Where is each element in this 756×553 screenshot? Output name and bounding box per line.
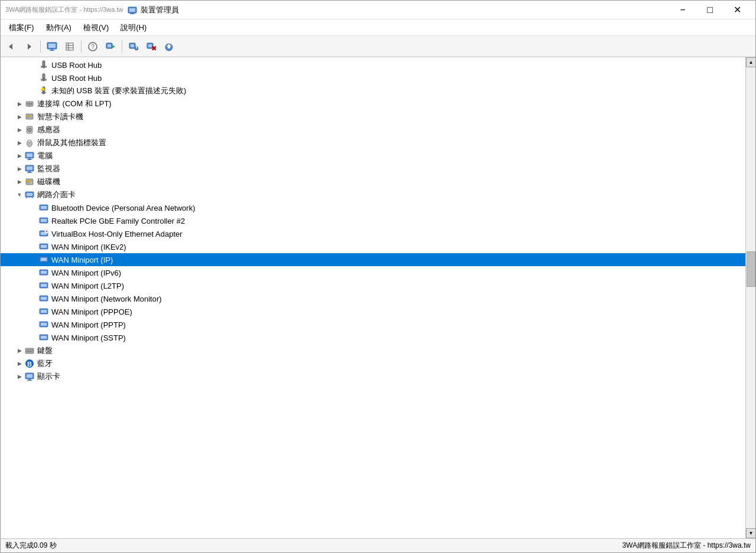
item-label: Bluetooth Device (Personal Area Network): [51, 204, 195, 212]
list-item[interactable]: WAN Miniport (L2TP): [1, 279, 745, 292]
list-item[interactable]: ▶ 鍵盤: [1, 344, 745, 357]
list-item[interactable]: ▼ 網路介面卡: [1, 188, 745, 201]
list-item[interactable]: WAN Miniport (SSTP): [1, 331, 745, 344]
svg-rect-63: [28, 158, 31, 159]
list-item[interactable]: ▶ 感應器: [1, 123, 745, 136]
scroll-thumb[interactable]: [747, 251, 755, 287]
svg-rect-67: [28, 171, 31, 172]
list-item[interactable]: ▶ 電腦: [1, 149, 745, 162]
list-item[interactable]: WAN Miniport (IKEv2): [1, 240, 745, 253]
list-item[interactable]: USB Root Hub: [1, 71, 745, 84]
expand-arrow[interactable]: ▶: [15, 359, 24, 368]
expand-arrow[interactable]: ▶: [15, 177, 24, 186]
scroll-up-button[interactable]: ▲: [746, 57, 755, 67]
list-item[interactable]: Bluetooth Device (Personal Area Network): [1, 201, 745, 214]
svg-rect-102: [27, 349, 28, 351]
menu-action[interactable]: 動作(A): [40, 20, 77, 35]
svg-rect-7: [48, 44, 56, 48]
network-adapter-icon: [38, 254, 49, 265]
svg-rect-103: [28, 349, 30, 351]
keyboard-icon: [24, 345, 35, 356]
menu-help[interactable]: 說明(H): [115, 20, 152, 35]
menu-bar: 檔案(F) 動作(A) 檢視(V) 說明(H): [1, 19, 755, 36]
update-driver-button[interactable]: [161, 38, 177, 55]
back-button[interactable]: [3, 38, 19, 55]
list-item[interactable]: ▶ B 藍牙: [1, 357, 745, 370]
svg-text:B: B: [27, 361, 32, 368]
status-left: 載入完成0.09 秒: [5, 541, 57, 551]
show-all-devices-button[interactable]: [44, 38, 60, 55]
item-label: 滑鼠及其他指標裝置: [37, 138, 106, 148]
help-button[interactable]: ?: [84, 38, 101, 55]
scroll-track[interactable]: [746, 67, 755, 528]
svg-rect-70: [27, 180, 30, 182]
forward-button[interactable]: [21, 38, 37, 55]
list-item[interactable]: VirtualBox Host-Only Ethernet Adapter: [1, 227, 745, 240]
svg-rect-52: [28, 106, 31, 107]
list-item[interactable]: Realtek PCIe GbE Family Controller #2: [1, 214, 745, 227]
run-button[interactable]: [102, 38, 119, 55]
scroll-down-button[interactable]: ▼: [746, 528, 755, 538]
svg-rect-30: [43, 61, 45, 66]
vertical-scrollbar[interactable]: ▲ ▼: [745, 57, 755, 538]
port-icon: [24, 99, 35, 109]
svg-rect-106: [27, 351, 28, 352]
expand-arrow[interactable]: ▶: [15, 99, 24, 109]
maximize-button[interactable]: □: [696, 1, 724, 19]
network-adapter-icon: [38, 306, 49, 317]
svg-rect-86: [41, 245, 47, 248]
list-item[interactable]: ▶ 滑鼠及其他指標裝置: [1, 136, 745, 149]
watermark-top: 3WA網路報服錯誤工作室 - https://3wa.tw: [5, 5, 123, 14]
expand-arrow[interactable]: ▼: [15, 190, 24, 199]
item-label: 網路介面卡: [37, 189, 76, 200]
device-settings-button[interactable]: [125, 38, 142, 55]
close-button[interactable]: ✕: [724, 1, 751, 19]
remove-button[interactable]: ✖: [143, 38, 159, 55]
toolbar-sep-1: [40, 41, 41, 53]
list-item[interactable]: ▶ 智慧卡讀卡機: [1, 110, 745, 123]
expand-arrow[interactable]: ▶: [15, 138, 24, 148]
mouse-icon: [24, 138, 35, 148]
expand-arrow[interactable]: ▶: [15, 346, 24, 355]
svg-rect-17: [107, 44, 111, 47]
list-item[interactable]: ▶ 連接埠 (COM 和 LPT): [1, 97, 745, 110]
svg-text:!: !: [43, 87, 43, 89]
item-label: WAN Miniport (SSTP): [51, 333, 126, 342]
svg-rect-68: [27, 172, 32, 173]
expand-arrow[interactable]: ▶: [15, 125, 24, 135]
minimize-button[interactable]: −: [669, 1, 696, 19]
list-item[interactable]: WAN Miniport (Network Monitor): [1, 292, 745, 305]
expand-arrow[interactable]: ▶: [15, 151, 24, 161]
list-item[interactable]: ▶ 顯示卡: [1, 370, 745, 383]
svg-rect-105: [32, 349, 33, 351]
item-label: WAN Miniport (IKEv2): [51, 243, 126, 251]
menu-file[interactable]: 檔案(F): [3, 20, 40, 35]
svg-rect-3: [130, 14, 135, 14]
bluetooth-icon: B: [24, 358, 35, 369]
list-item[interactable]: WAN Miniport (IP): [1, 253, 745, 266]
list-item[interactable]: WAN Miniport (PPPOE): [1, 305, 745, 318]
list-item[interactable]: ! 未知的 USB 裝置 (要求裝置描述元失敗): [1, 84, 745, 97]
svg-rect-79: [41, 219, 47, 222]
list-item[interactable]: ▶ 監視器: [1, 162, 745, 175]
list-item[interactable]: USB Root Hub: [1, 58, 745, 71]
svg-rect-22: [136, 47, 137, 48]
item-label: 藍牙: [37, 358, 53, 369]
list-item[interactable]: WAN Miniport (PPTP): [1, 318, 745, 331]
svg-rect-104: [30, 349, 31, 351]
expand-arrow[interactable]: ▶: [15, 112, 24, 122]
expand-arrow[interactable]: ▶: [15, 372, 24, 381]
svg-rect-29: [168, 47, 170, 48]
list-item[interactable]: ▶ 磁碟機: [1, 175, 745, 188]
spacer: [29, 86, 38, 96]
menu-view[interactable]: 檢視(V): [77, 20, 115, 35]
svg-rect-77: [41, 206, 47, 209]
view-list-button[interactable]: [61, 38, 78, 55]
spacer: [29, 294, 38, 303]
list-item[interactable]: WAN Miniport (IPv6): [1, 266, 745, 279]
svg-point-50: [29, 103, 30, 104]
expand-arrow[interactable]: ▶: [15, 164, 24, 174]
svg-rect-62: [27, 153, 32, 157]
item-label: 智慧卡讀卡機: [37, 112, 83, 122]
device-tree[interactable]: USB Root Hub USB Root Hub: [1, 57, 745, 538]
